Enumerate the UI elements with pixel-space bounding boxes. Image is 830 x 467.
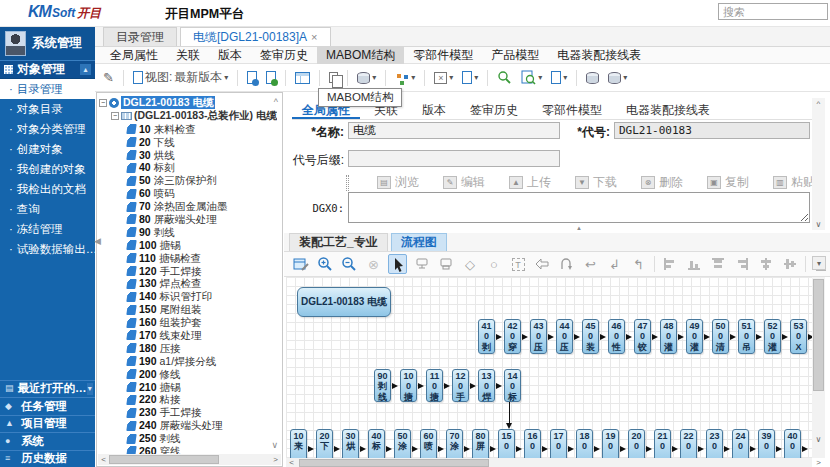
zoom-out-button[interactable] bbox=[340, 254, 358, 274]
new-doc-button[interactable]: ▾ bbox=[460, 67, 480, 89]
file-button-5[interactable]: ▣复制 bbox=[707, 174, 749, 191]
tree-item[interactable]: 40标刻 bbox=[97, 161, 282, 174]
file-button-0[interactable]: ▤浏览 bbox=[377, 174, 419, 191]
flow-node[interactable]: 130焊 bbox=[478, 369, 495, 402]
align-middle-button[interactable] bbox=[781, 254, 799, 274]
sidebar-item-8[interactable]: ·试验数据输出… bbox=[0, 239, 95, 259]
user-panel[interactable]: 系统管理 bbox=[0, 27, 95, 60]
zoom-in-button[interactable] bbox=[316, 254, 334, 274]
scrollbar-thumb[interactable] bbox=[109, 455, 219, 464]
tree-item[interactable]: 230手工焊接 bbox=[97, 406, 282, 419]
flow-node[interactable]: 410剥 bbox=[478, 319, 495, 354]
pointer-tool-button[interactable] bbox=[388, 254, 406, 274]
tree-item[interactable]: 30烘线 bbox=[97, 149, 282, 162]
flow-node[interactable]: 240 bbox=[732, 429, 749, 458]
tree-item[interactable]: 210搪锡 bbox=[97, 381, 282, 394]
align-top-button[interactable] bbox=[709, 254, 727, 274]
curve-arrow-3-tool[interactable]: ↰ bbox=[630, 254, 648, 274]
edit-button[interactable]: ✎ bbox=[101, 67, 116, 89]
property-tab-4[interactable]: 零部件模型 bbox=[532, 100, 612, 119]
copy-view-button[interactable] bbox=[327, 67, 340, 89]
close-tab-icon[interactable]: × bbox=[311, 31, 317, 43]
align-right-button[interactable] bbox=[733, 254, 751, 274]
delete-node-button[interactable]: ⊗ bbox=[364, 254, 382, 274]
sidebar-bottom-item-3[interactable]: ●系统 bbox=[0, 432, 95, 450]
arrow-left-tool[interactable] bbox=[533, 254, 551, 274]
flow-node[interactable]: 10来 bbox=[290, 429, 307, 458]
toolbar-overflow-button[interactable]: ▾ bbox=[812, 256, 826, 270]
tree-root-label[interactable]: DGL21-00183 电缆 bbox=[121, 96, 215, 109]
flow-node[interactable]: 460性 bbox=[608, 319, 625, 354]
flow-node[interactable]: 120手 bbox=[452, 369, 469, 402]
flow-node[interactable]: 450装 bbox=[582, 319, 599, 354]
sidebar-item-5[interactable]: ·我检出的文档 bbox=[0, 179, 95, 199]
flow-node[interactable]: 430压 bbox=[530, 319, 547, 354]
flowchart-canvas[interactable]: DGL21-00183 电缆 410剥420穿430压440压450装460性4… bbox=[286, 277, 812, 458]
sidebar-item-3[interactable]: ·创建对象 bbox=[0, 139, 95, 159]
database-button[interactable]: ▾ bbox=[355, 67, 378, 89]
flow-node[interactable]: 160 bbox=[524, 429, 541, 458]
scroll-up-icon[interactable]: ^ bbox=[274, 97, 278, 107]
tree-item[interactable]: 100搪锡 bbox=[97, 239, 282, 252]
flow-node[interactable]: 480灌 bbox=[660, 319, 677, 354]
edit-flow-button[interactable] bbox=[292, 254, 310, 274]
curve-arrow-1-tool[interactable]: ↩ bbox=[581, 254, 599, 274]
sidebar-bottom-item-4[interactable]: ≡历史数据 bbox=[0, 450, 95, 467]
flow-node[interactable]: 140标 bbox=[504, 369, 521, 402]
fn-tab-4[interactable]: MABOM结构 bbox=[317, 46, 404, 65]
file-button-2[interactable]: ▲上传 bbox=[509, 174, 551, 191]
sidebar-item-7[interactable]: ·冻结管理 bbox=[0, 219, 95, 239]
flow-node[interactable]: 110搪 bbox=[426, 369, 443, 402]
code-input[interactable] bbox=[614, 122, 810, 139]
flow-node[interactable]: 60喷 bbox=[420, 429, 437, 458]
scrollbar-thumb[interactable] bbox=[299, 459, 489, 467]
sidebar-item-4[interactable]: ·我创建的对象 bbox=[0, 159, 95, 179]
align-center-button[interactable] bbox=[757, 254, 775, 274]
tree-horizontal-scrollbar[interactable]: < > bbox=[98, 454, 281, 465]
fn-tab-0[interactable]: 全局属性 bbox=[101, 46, 167, 65]
tab-assembly-process[interactable]: 装配工艺_专业 bbox=[289, 233, 388, 251]
scroll-down-icon[interactable]: ∨ bbox=[812, 435, 825, 444]
resize-up-icon[interactable]: ▲ bbox=[576, 225, 582, 231]
ellipse-tool[interactable]: ○ bbox=[485, 254, 503, 274]
collapse-minus-icon[interactable]: − bbox=[111, 112, 119, 120]
flow-node[interactable]: 100搪 bbox=[400, 369, 417, 402]
fn-tab-6[interactable]: 产品模型 bbox=[482, 46, 548, 65]
tab-directory-mgmt[interactable]: 目录管理 bbox=[103, 27, 177, 46]
property-tab-2[interactable]: 版本 bbox=[412, 100, 456, 119]
flow-node[interactable]: 420穿 bbox=[504, 319, 521, 354]
export-button[interactable]: ×▾ bbox=[432, 67, 455, 89]
search-filter-button[interactable]: ▾ bbox=[519, 67, 544, 89]
suffix-input[interactable] bbox=[348, 150, 560, 167]
sidebar-bottom-item-0[interactable]: ▤最近打开的…▾ bbox=[0, 380, 95, 398]
scroll-left-icon[interactable]: < bbox=[286, 457, 297, 467]
view-selector[interactable]: 视图: 最新版本 ▾ bbox=[131, 67, 230, 89]
file-button-3[interactable]: ▼下载 bbox=[575, 174, 617, 191]
sidebar-item-6[interactable]: ·查询 bbox=[0, 199, 95, 219]
tree-item[interactable]: 140标识管打印 bbox=[97, 290, 282, 303]
flow-node[interactable]: 80屏 bbox=[472, 429, 489, 458]
sidebar-bottom-item-1[interactable]: ◆任务管理 bbox=[0, 397, 95, 415]
tree-item[interactable]: 150尾附组装 bbox=[97, 303, 282, 316]
flow-node[interactable]: 520灌 bbox=[764, 319, 781, 354]
flow-node[interactable]: 230 bbox=[706, 429, 723, 458]
flow-node[interactable]: 210 bbox=[654, 429, 671, 458]
flow-node[interactable]: 70涂 bbox=[446, 429, 463, 458]
search-button[interactable] bbox=[495, 67, 514, 89]
file-button-4[interactable]: ⊗删除 bbox=[641, 174, 683, 191]
tree-item[interactable]: 60喷码 bbox=[97, 187, 282, 200]
uturn-arrow-tool[interactable] bbox=[557, 254, 575, 274]
tree-item[interactable]: 170线束处理 bbox=[97, 329, 282, 342]
table-view-button[interactable] bbox=[293, 67, 312, 89]
flow-node[interactable]: 90剥线 bbox=[374, 369, 391, 402]
tree-item[interactable]: 250剥线 bbox=[97, 432, 282, 445]
tree-item[interactable]: 160组装护套 bbox=[97, 316, 282, 329]
tree-item[interactable]: 80屏蔽端头处理 bbox=[97, 213, 282, 226]
flow-node[interactable]: 190 bbox=[602, 429, 619, 458]
scroll-down-icon[interactable]: ∨ bbox=[812, 220, 825, 229]
template-button[interactable]: ▾ bbox=[549, 67, 569, 89]
tree-item[interactable]: 110搪锡检查 bbox=[97, 252, 282, 265]
fn-tab-7[interactable]: 电器装配接线表 bbox=[548, 46, 650, 65]
flow-node[interactable]: 500清 bbox=[712, 319, 729, 354]
sidebar-section-object-mgmt[interactable]: 对象管理 ▴ bbox=[0, 60, 95, 79]
